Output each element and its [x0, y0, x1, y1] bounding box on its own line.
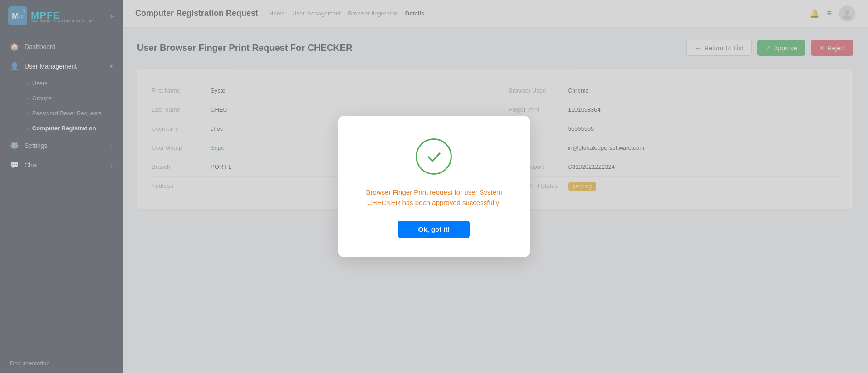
- modal-ok-label: Ok, got it!: [418, 226, 450, 233]
- modal-success-icon: [416, 138, 452, 175]
- modal-message: Browser Finger Print request for user Sy…: [366, 187, 502, 208]
- modal-overlay: Browser Finger Print request for user Sy…: [0, 0, 868, 373]
- modal-message-line1: Browser Finger Print request for user Sy…: [366, 188, 502, 196]
- modal-ok-button[interactable]: Ok, got it!: [398, 221, 470, 238]
- modal-dialog: Browser Finger Print request for user Sy…: [338, 116, 529, 257]
- modal-message-line2: CHECKER has been approved successfully!: [367, 199, 501, 206]
